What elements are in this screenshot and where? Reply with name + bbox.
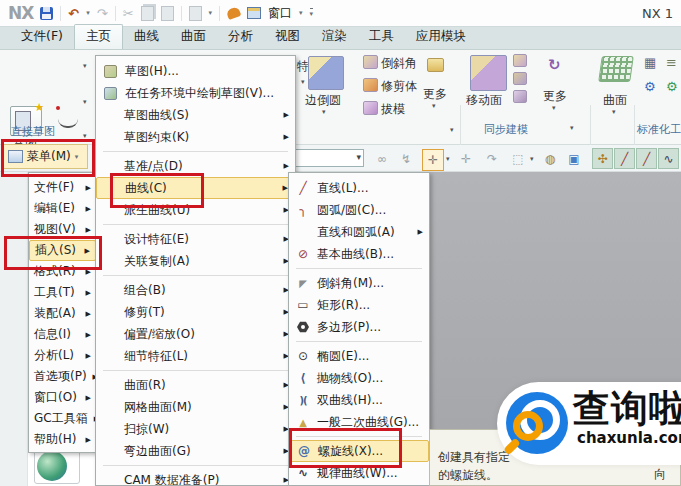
menu-item[interactable]: 工具(T) ▶ bbox=[29, 282, 96, 303]
group-dialog-icon[interactable]: ▾ bbox=[450, 126, 454, 134]
dropdown-icon[interactable]: ▾ bbox=[83, 62, 87, 70]
line-snap-toggle-2[interactable]: ╱ bbox=[636, 148, 657, 169]
edge-blend-icon[interactable] bbox=[308, 56, 344, 90]
draft-icon[interactable] bbox=[363, 101, 378, 115]
menu-item[interactable]: 修剪(T) ▶ bbox=[96, 301, 295, 323]
layers-icon[interactable]: ≡ bbox=[666, 56, 677, 69]
paste-icon[interactable] bbox=[161, 6, 174, 21]
menu-item[interactable]: 派生曲线(U) ▶ bbox=[96, 199, 295, 221]
chamfer-label[interactable]: 倒斜角 bbox=[381, 55, 417, 72]
work-cube-icon[interactable]: ▣ bbox=[564, 149, 584, 169]
snap-point-toggle-icon[interactable]: ✛ bbox=[422, 149, 444, 171]
menu-item[interactable]: 螺旋线(X)... ▶ bbox=[289, 440, 429, 462]
menu-item[interactable]: 格式(R) ▶ bbox=[29, 261, 96, 282]
rectangle-select-icon[interactable]: ⬚ bbox=[508, 149, 528, 169]
menu-item[interactable]: 细节特征(L) ▶ bbox=[96, 345, 295, 367]
shaded-view-icon[interactable]: ◍ bbox=[540, 149, 560, 169]
menu-item[interactable]: 弯边曲面(G) ▶ bbox=[96, 440, 295, 462]
copy-icon[interactable] bbox=[141, 6, 154, 21]
trim-body-icon[interactable] bbox=[363, 78, 378, 92]
menu-item[interactable]: 草图约束(K) ▶ bbox=[96, 126, 295, 148]
menu-item[interactable]: 网格曲面(M) ▶ bbox=[96, 396, 295, 418]
dropdown-icon[interactable]: ▾ bbox=[83, 98, 87, 106]
menu-item[interactable]: 编辑(E) ▶ bbox=[29, 198, 96, 219]
menu-item[interactable]: 帮助(H) ▶ bbox=[29, 429, 96, 450]
menu-item[interactable]: 圆弧/圆(C)... ▶ bbox=[289, 199, 429, 221]
save-icon[interactable] bbox=[40, 7, 53, 20]
line-snap-toggle[interactable]: ╱ bbox=[614, 148, 635, 169]
move-face-icon[interactable] bbox=[470, 55, 507, 91]
menu-item[interactable]: 直线和圆弧(A) ▶ bbox=[289, 221, 429, 243]
redo-icon[interactable]: ↷ bbox=[97, 7, 108, 20]
menu-item[interactable]: 抛物线(O)... ▶ bbox=[289, 367, 429, 389]
dropdown-icon[interactable]: ▾ bbox=[83, 132, 87, 140]
menu-item[interactable]: 装配(A) ▶ bbox=[29, 303, 96, 324]
dropdown-icon[interactable]: ▾ bbox=[432, 102, 436, 110]
snap-colors-toggle[interactable]: ✣ bbox=[592, 148, 613, 169]
menu-item[interactable]: 矩形(R)... ▶ bbox=[289, 294, 429, 316]
selection-scope-dropdown[interactable] bbox=[284, 149, 364, 167]
ribbon-tab[interactable]: 主页 bbox=[74, 24, 123, 49]
touch-mode-icon[interactable] bbox=[226, 6, 242, 20]
stop-at-intersection-icon[interactable]: ↯ bbox=[396, 149, 416, 169]
ribbon-tab[interactable]: 分析 bbox=[217, 25, 264, 49]
undo-dropdown-icon[interactable]: ▾ bbox=[86, 9, 90, 17]
ribbon-tab[interactable]: 工具 bbox=[358, 25, 405, 49]
menu-item[interactable]: 偏置/缩放(O) ▶ bbox=[96, 323, 295, 345]
sync-tool-icon[interactable] bbox=[513, 90, 527, 103]
dropdown-icon[interactable]: ▾ bbox=[612, 108, 616, 116]
ribbon-tab[interactable]: 视图 bbox=[264, 25, 311, 49]
menu-item[interactable]: 双曲线(H)... ▶ bbox=[289, 389, 429, 411]
grid-move-icon[interactable]: ▦ bbox=[644, 56, 656, 69]
menu-item[interactable]: 分析(L) ▶ bbox=[29, 345, 96, 366]
draft-label[interactable]: 拔模 bbox=[381, 101, 405, 118]
group-dropdown-icon[interactable]: ▾ bbox=[570, 124, 574, 132]
surface-label[interactable]: 曲面 bbox=[603, 92, 627, 109]
window-dropdown-icon[interactable]: ▾ bbox=[299, 9, 303, 17]
menu-item[interactable]: 一般二次曲线(G)... ▶ bbox=[289, 411, 429, 433]
ribbon-tab[interactable]: 文件(F) bbox=[10, 25, 74, 49]
ribbon-tab[interactable]: 曲面 bbox=[170, 25, 217, 49]
menu-item[interactable]: 首选项(P) ▶ bbox=[29, 366, 96, 387]
menu-item[interactable]: 草图(H)... ▶ bbox=[96, 60, 295, 82]
chamfer-icon[interactable] bbox=[363, 55, 378, 69]
move-face-label[interactable]: 移动面 bbox=[466, 92, 502, 109]
dropdown-icon[interactable]: ▾ bbox=[322, 108, 326, 116]
menu-item[interactable]: 扫掠(W) ▶ bbox=[96, 418, 295, 440]
menu-item[interactable]: 插入(S) ▶ bbox=[29, 240, 96, 261]
menu-item[interactable]: 视图(V) ▶ bbox=[29, 219, 96, 240]
profile-curve-icon[interactable] bbox=[58, 108, 78, 128]
menu-item[interactable]: 窗口(O) ▶ bbox=[29, 387, 96, 408]
menu-item[interactable]: 组合(B) ▶ bbox=[96, 279, 295, 301]
sync-more-label[interactable]: 更多 bbox=[543, 88, 567, 105]
surface-icon[interactable] bbox=[598, 56, 634, 82]
ribbon-tab[interactable]: 应用模块 bbox=[405, 25, 477, 49]
menu-item[interactable]: 多边形(P)... ▶ bbox=[289, 316, 429, 338]
gear-icon[interactable]: ⚙ bbox=[644, 80, 656, 93]
window-menu[interactable]: 窗口 bbox=[268, 5, 292, 22]
curve-snap-icon[interactable]: ↷ bbox=[482, 149, 502, 169]
menu-item[interactable]: GC工具箱 ▶ bbox=[29, 408, 96, 429]
curve-snap-toggle[interactable]: ∿ bbox=[658, 148, 679, 169]
menu-item[interactable]: 文件(F) ▶ bbox=[29, 177, 96, 198]
document-icon[interactable] bbox=[189, 6, 202, 21]
menu-item[interactable]: 信息(I) ▶ bbox=[29, 324, 96, 345]
menu-item[interactable]: 曲面(R) ▶ bbox=[96, 374, 295, 396]
sync-tool-icon[interactable] bbox=[513, 54, 527, 67]
undo-icon[interactable]: ↶ bbox=[68, 7, 79, 20]
more-label[interactable]: 更多 bbox=[423, 86, 447, 103]
menu-item[interactable]: 基准/点(D) ▶ bbox=[96, 155, 295, 177]
menu-item[interactable]: 椭圆(E)... ▶ bbox=[289, 345, 429, 367]
point-on-curve-icon[interactable]: ✛ bbox=[456, 149, 476, 169]
trim-body-label[interactable]: 修剪体 bbox=[381, 78, 417, 95]
menu-item[interactable]: CAM 数据准备(P) ▶ bbox=[96, 469, 295, 486]
menu-item[interactable]: 在任务环境中绘制草图(V)... ▶ bbox=[96, 82, 295, 104]
edge-blend-label[interactable]: 边倒圆 bbox=[305, 92, 341, 109]
sync-tool-icon[interactable] bbox=[513, 72, 527, 85]
menu-button[interactable]: 菜单(M) ▾ bbox=[2, 144, 88, 169]
cut-icon[interactable]: ✂ bbox=[123, 7, 134, 20]
wrench-gear-icon[interactable]: ⚙ bbox=[666, 80, 678, 93]
dropdown-icon[interactable]: ▾ bbox=[446, 155, 450, 163]
qat-customize-icon[interactable]: ▾ bbox=[310, 8, 314, 18]
sync-more-icon[interactable]: ↻ bbox=[548, 56, 561, 74]
